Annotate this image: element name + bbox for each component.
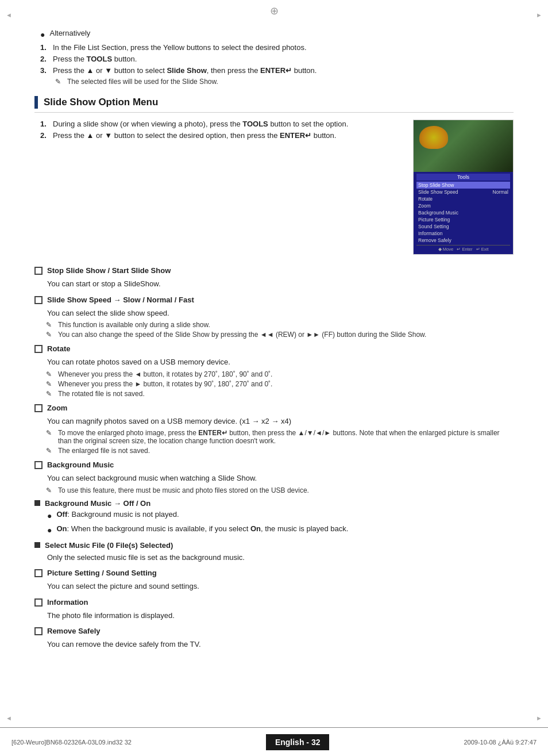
subsection-info-body: The photo file information is displayed. <box>47 610 514 621</box>
subsection-bgmusic-body: You can select background music when wat… <box>47 473 514 484</box>
subsection-speed-body: You can select the slide show speed. <box>47 308 514 319</box>
tools-menu-item-stop: Stop Slide Show <box>416 182 510 189</box>
tools-menu-item-speed: Slide Show SpeedNormal <box>416 189 510 195</box>
note-speed-2: ✎ You can also change the speed of the S… <box>46 331 514 339</box>
bullet-on-text: On: When the background music is availab… <box>56 524 348 533</box>
step-1-num: 1. <box>40 43 49 52</box>
note-bgmusic-1-icon: ✎ <box>46 486 55 494</box>
footer-left-text: [620-Weuro]BN68-02326A-03L09.ind32 32 <box>11 739 132 746</box>
note-rotate-2-icon: ✎ <box>46 380 55 388</box>
subsection-rotate-title: Rotate <box>47 344 70 353</box>
subsection-stop: Stop Slide Show / Start Slide Show <box>34 266 514 275</box>
section-step-2-num: 2. <box>40 131 49 140</box>
note-rotate-1-icon: ✎ <box>46 370 55 378</box>
section-title: Slide Show Option Menu <box>44 97 158 108</box>
crosshair-top-icon: ⊕ <box>270 5 279 17</box>
bullet-off-text: Off: Background music is not played. <box>56 510 179 519</box>
note-zoom-1-text: To move the enlarged photo image, press … <box>58 429 514 445</box>
bullet-off-dot: ● <box>47 510 52 522</box>
note-step3: ✎ The selected files will be used for th… <box>55 78 514 86</box>
subsection-remove-body: You can remove the device safely from th… <box>47 639 514 650</box>
subsection2-selectmusic-body: Only the selected music file is set as t… <box>47 552 514 563</box>
page-container: ⊕ ◄ ► ● Alternatively 1. In the File Lis… <box>0 0 548 756</box>
checkbox-info-icon <box>34 598 43 607</box>
subsection-remove-title: Remove Safely <box>47 627 101 635</box>
checkbox-stop-icon <box>34 267 43 275</box>
note-rotate-2-text: Whenever you press the ► button, it rota… <box>58 380 272 388</box>
square-bgmusic-offon-icon <box>34 500 40 506</box>
subsection-speed-title: Slide Show Speed → Slow / Normal / Fast <box>47 296 194 304</box>
subsection2-bgmusic-offon-title: Background Music → Off / On <box>45 499 150 508</box>
note-rotate-1: ✎ Whenever you press the ◄ button, it ro… <box>46 370 514 378</box>
tools-menu-item-picture: Picture Setting <box>416 216 510 223</box>
step-2-text: Press the TOOLS button. <box>53 55 137 63</box>
note-speed-2-text: You can also change the speed of the Sli… <box>58 331 426 339</box>
main-content: ● Alternatively 1. In the File List Sect… <box>34 29 514 650</box>
mark-left-bottom: ◄ <box>6 715 12 722</box>
note-zoom-2-icon: ✎ <box>46 447 55 455</box>
mark-left-top: ◄ <box>6 11 12 18</box>
subsection-zoom-title: Zoom <box>47 404 67 412</box>
subsection-info: Information <box>34 598 514 607</box>
note-zoom-1: ✎ To move the enlarged photo image, pres… <box>46 429 514 445</box>
checkbox-picture-icon <box>34 569 43 577</box>
subsection-stop-title: Stop Slide Show / Start Slide Show <box>47 266 171 275</box>
note-zoom-2-text: The enlarged file is not saved. <box>58 447 150 455</box>
step-2: 2. Press the TOOLS button. <box>34 55 514 63</box>
section-header: Slide Show Option Menu <box>34 96 514 113</box>
note-rotate-2: ✎ Whenever you press the ► button, it ro… <box>46 380 514 388</box>
square-selectmusic-icon <box>34 542 40 548</box>
section-step-1: 1. During a slide show (or when viewing … <box>34 120 404 128</box>
note-bgmusic-1-text: To use this feature, there must be music… <box>58 486 309 494</box>
checkbox-speed-icon <box>34 296 43 304</box>
section-step-1-num: 1. <box>40 120 49 128</box>
subsection-bgmusic-title: Background Music <box>47 460 114 469</box>
tools-menu-item-remove: Remove Safely <box>416 237 510 244</box>
step-3: 3. Press the ▲ or ▼ button to select Sli… <box>34 66 514 75</box>
subsection-zoom-body: You can magnify photos saved on a USB me… <box>47 416 514 427</box>
section-intro: Tools Stop Slide Show Slide Show SpeedNo… <box>34 120 514 260</box>
bullet-off: ● Off: Background music is not played. <box>34 510 514 522</box>
step-1: 1. In the File List Section, press the Y… <box>34 43 514 52</box>
tools-menu-image: Tools Stop Slide Show Slide Show SpeedNo… <box>413 120 514 255</box>
note-step3-text: The selected files will be used for the … <box>67 78 218 86</box>
note-zoom-1-icon: ✎ <box>46 429 55 437</box>
mark-right-bottom: ► <box>536 715 542 722</box>
note-speed-1-text: This function is available only during a… <box>58 321 210 329</box>
subsection2-selectmusic: Select Music File (0 File(s) Selected) <box>34 541 514 550</box>
note-rotate-3-icon: ✎ <box>46 390 55 398</box>
checkbox-remove-icon <box>34 627 43 635</box>
subsection-picture-title: Picture Setting / Sound Setting <box>47 569 157 577</box>
bullet-on-dot: ● <box>47 524 52 536</box>
subsection-picture: Picture Setting / Sound Setting <box>34 569 514 577</box>
tools-menu-item-bgmusic: Background Music <box>416 209 510 216</box>
note-rotate-1-text: Whenever you press the ◄ button, it rota… <box>58 370 272 378</box>
bullet-alternatively-text: Alternatively <box>49 29 90 37</box>
tools-menu-footer: ◆ Move ↵ Enter ↵ Exit <box>416 245 510 252</box>
checkbox-bgmusic-icon <box>34 461 43 469</box>
note-rotate-3: ✎ The rotated file is not saved. <box>46 390 514 398</box>
tools-menu-overlay: Tools Stop Slide Show Slide Show SpeedNo… <box>414 172 513 254</box>
page-footer: [620-Weuro]BN68-02326A-03L09.ind32 32 En… <box>0 727 548 756</box>
tools-menu-title: Tools <box>416 174 510 181</box>
note-speed-1: ✎ This function is available only during… <box>46 321 514 329</box>
checkbox-rotate-icon <box>34 345 43 353</box>
tools-photo-thumbnail <box>414 120 513 172</box>
tools-menu-item-zoom: Zoom <box>416 202 510 209</box>
bullet-alternatively: ● Alternatively <box>34 29 514 41</box>
note-bgmusic-1: ✎ To use this feature, there must be mus… <box>46 486 514 494</box>
note-speed-1-icon: ✎ <box>46 321 55 329</box>
subsection-stop-body: You can start or stop a SlideShow. <box>47 278 514 290</box>
step-2-num: 2. <box>40 55 49 63</box>
bullet-on: ● On: When the background music is avail… <box>34 524 514 536</box>
subsection-picture-body: You can select the picture and sound set… <box>47 581 514 592</box>
note-pencil-icon: ✎ <box>55 78 64 86</box>
blue-bar-decoration <box>34 96 38 109</box>
subsection2-selectmusic-title: Select Music File (0 File(s) Selected) <box>45 541 173 550</box>
section-step-2-text: Press the ▲ or ▼ button to select the de… <box>53 131 336 140</box>
tools-menu-item-rotate: Rotate <box>416 195 510 202</box>
subsection-rotate-body: You can rotate photos saved on a USB mem… <box>47 356 514 368</box>
note-zoom-2: ✎ The enlarged file is not saved. <box>46 447 514 455</box>
bullet-dot-icon: ● <box>40 29 45 41</box>
subsection-info-title: Information <box>47 598 88 607</box>
